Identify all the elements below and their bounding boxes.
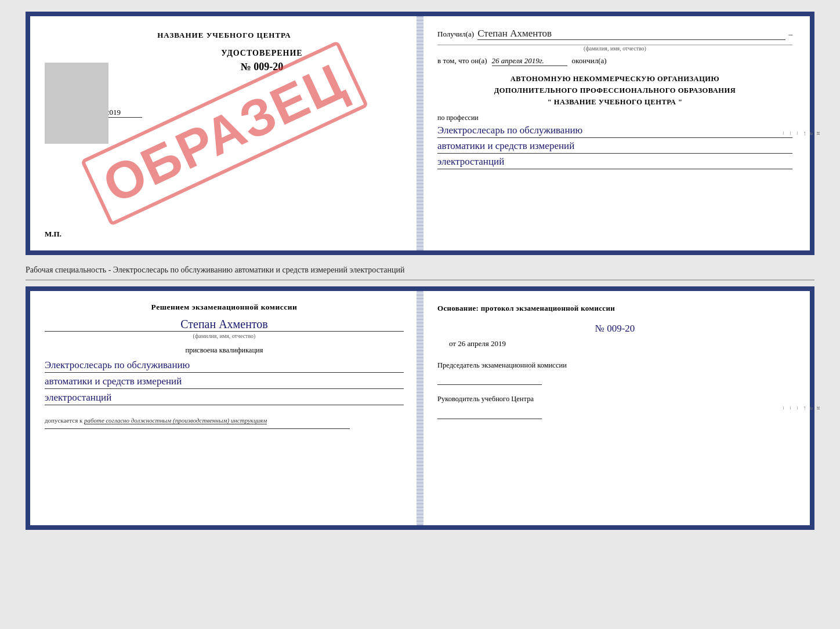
bottom-left-page: Решением экзаменационной комиссии Степан… <box>30 291 420 525</box>
fio-label-bottom: (фамилия, имя, отчество) <box>45 333 404 339</box>
top-certificate-spread: НАЗВАНИЕ УЧЕБНОГО ЦЕНТРА УДОСТОВЕРЕНИЕ №… <box>26 12 814 255</box>
bottom-certificate-spread: Решением экзаменационной комиссии Степан… <box>26 286 814 530</box>
person-name-bottom: Степан Ахментов <box>45 318 404 332</box>
cert-body: УДОСТОВЕРЕНИЕ № 009-20 <box>120 49 404 73</box>
head-label: Руководитель учебного Центра <box>437 394 792 405</box>
cert-right-page: Получил(а) Степан Ахментов – (фамилия, и… <box>420 16 810 250</box>
admitted-label: допускается к <box>45 417 82 424</box>
admitted-section: допускается к работе согласно должностны… <box>45 417 404 424</box>
org-line3: " НАЗВАНИЕ УЧЕБНОГО ЦЕНТРА " <box>437 96 792 108</box>
in-that-line: в том, что он(а) 26 апреля 2019г. окончи… <box>437 56 792 66</box>
date-value-bottom: 26 апреля 2019 <box>458 339 506 348</box>
protocol-number: № 009-20 <box>437 323 792 335</box>
document-container: НАЗВАНИЕ УЧЕБНОГО ЦЕНТРА УДОСТОВЕРЕНИЕ №… <box>26 12 814 530</box>
protocol-date: от 26 апреля 2019 <box>449 339 792 348</box>
photo-placeholder <box>45 63 108 144</box>
admitted-value: работе согласно должностным (производств… <box>84 417 267 424</box>
in-that-label: в том, что он(а) <box>437 56 487 66</box>
received-label: Получил(а) <box>437 30 474 39</box>
mp-label: М.П. <box>45 230 61 239</box>
admitted-underline <box>45 428 350 429</box>
completion-date: 26 апреля 2019г. <box>492 56 567 66</box>
basis-title: Основание: протокол экзаменационной коми… <box>437 303 792 314</box>
chairman-sig-line <box>437 373 542 385</box>
cert-left-page: НАЗВАНИЕ УЧЕБНОГО ЦЕНТРА УДОСТОВЕРЕНИЕ №… <box>30 16 420 250</box>
decision-title: Решением экзаменационной комиссии <box>45 303 404 312</box>
qual-line1: Электрослесарь по обслуживанию <box>45 359 404 373</box>
profession-line3: электростанций <box>437 156 792 169</box>
date-prefix: от <box>449 339 456 348</box>
chairman-label: Председатель экзаменационной комиссии <box>437 360 792 371</box>
profession-line1: Электрослесарь по обслуживанию <box>437 125 792 138</box>
person-name-top: Степан Ахментов <box>477 28 785 40</box>
cert-number: № 009-20 <box>120 61 404 73</box>
received-line: Получил(а) Степан Ахментов – <box>437 28 792 40</box>
finished-label: окончил(а) <box>572 56 607 66</box>
profession-line2: автоматики и средств измерений <box>437 140 792 154</box>
bottom-right-page: Основание: протокол экзаменационной коми… <box>420 291 810 525</box>
profession-label: по профессии <box>437 114 792 122</box>
fio-label-top: (фамилия, имя, отчество) <box>437 45 792 52</box>
org-line2: ДОПОЛНИТЕЛЬНОГО ПРОФЕССИОНАЛЬНОГО ОБРАЗО… <box>437 85 792 96</box>
head-sig-block: Руководитель учебного Центра <box>437 394 792 419</box>
qual-line3: электростанций <box>45 392 404 405</box>
qual-line2: автоматики и средств измерений <box>45 376 404 389</box>
cert-school-title: НАЗВАНИЕ УЧЕБНОГО ЦЕНТРА <box>45 31 404 40</box>
dash: – <box>789 30 793 39</box>
assigned-label: присвоена квалификация <box>45 346 404 355</box>
right-binding-bottom: и а ← – – – <box>811 291 823 525</box>
right-binding-top: и а ← – – – <box>811 16 823 250</box>
org-section: АВТОНОМНУЮ НЕКОММЕРЧЕСКУЮ ОРГАНИЗАЦИЮ ДО… <box>437 73 792 108</box>
chairman-sig-block: Председатель экзаменационной комиссии <box>437 360 792 386</box>
head-sig-line <box>437 408 542 419</box>
cert-type-label: УДОСТОВЕРЕНИЕ <box>120 49 404 58</box>
org-line1: АВТОНОМНУЮ НЕКОММЕРЧЕСКУЮ ОРГАНИЗАЦИЮ <box>437 73 792 85</box>
middle-specialty-text: Рабочая специальность - Электрослесарь п… <box>26 261 814 281</box>
